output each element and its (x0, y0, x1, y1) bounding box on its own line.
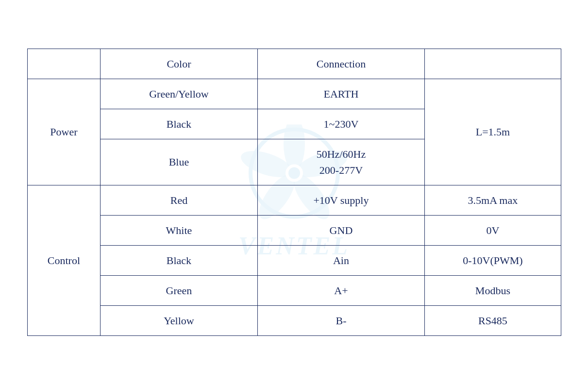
table-header-row: Color Connection (27, 49, 561, 79)
color-white: White (101, 215, 257, 245)
header-cell-category (27, 49, 101, 79)
color-black-power: Black (101, 109, 257, 139)
table-row: White GND 0V (27, 215, 561, 245)
spec-0v: 0V (425, 215, 561, 245)
spec-rs485: RS485 (425, 305, 561, 335)
color-red: Red (101, 185, 257, 215)
spec-ma-max: 3.5mA max (425, 185, 561, 215)
color-blue: Blue (101, 139, 257, 185)
header-cell-spec (425, 49, 561, 79)
connection-gnd: GND (257, 215, 425, 245)
connection-hz-voltage: 50Hz/60Hz200-277V (257, 139, 425, 185)
header-cell-color: Color (101, 49, 257, 79)
color-green-yellow: Green/Yellow (101, 79, 257, 109)
spec-modbus: Modbus (425, 275, 561, 305)
color-yellow: Yellow (101, 305, 257, 335)
color-black-control: Black (101, 245, 257, 275)
table-row: Control Red +10V supply 3.5mA max (27, 185, 561, 215)
table-row: Black Ain 0-10V(PWM) (27, 245, 561, 275)
table-row: Yellow B- RS485 (27, 305, 561, 335)
main-table: Color Connection Power Green/Yellow EART… (27, 49, 561, 336)
header-cell-connection: Connection (257, 49, 425, 79)
spec-power-length: L=1.5m (425, 79, 561, 185)
connection-a-plus: A+ (257, 275, 425, 305)
table-wrapper: VENTEL Color Connection Power Green/Yell… (27, 49, 561, 336)
category-power: Power (27, 79, 101, 185)
connection-earth: EARTH (257, 79, 425, 109)
color-green: Green (101, 275, 257, 305)
connection-b-minus: B- (257, 305, 425, 335)
table-row: Power Green/Yellow EARTH L=1.5m (27, 79, 561, 109)
connection-10v-supply: +10V supply (257, 185, 425, 215)
table-row: Green A+ Modbus (27, 275, 561, 305)
category-control: Control (27, 185, 101, 335)
connection-ain: Ain (257, 245, 425, 275)
connection-voltage: 1~230V (257, 109, 425, 139)
spec-pwm: 0-10V(PWM) (425, 245, 561, 275)
